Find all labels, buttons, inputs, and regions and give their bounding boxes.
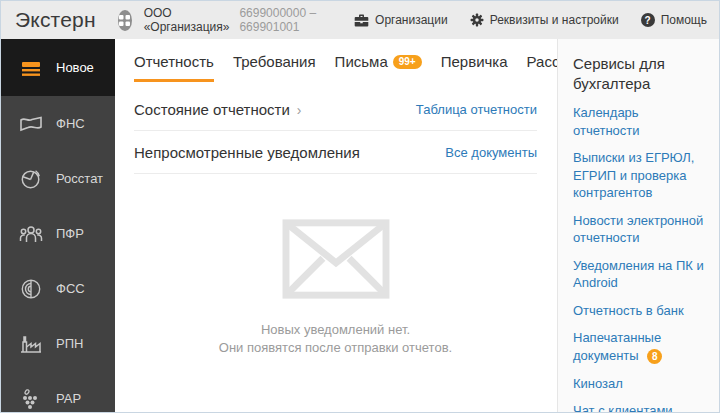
settings-button[interactable]: Реквизиты и настройки (470, 13, 619, 27)
nav-label: РАР (56, 391, 81, 406)
tabs-bar: Отчетность Требования Письма 99+ Первичк… (134, 53, 537, 82)
tab-otchetnost[interactable]: Отчетность (134, 53, 214, 82)
left-nav: Новое ФНС (1, 39, 115, 412)
reporting-state-title[interactable]: Состояние отчетности› (134, 101, 301, 118)
services-panel: Сервисы для бухгалтера Календарь отчетно… (557, 39, 719, 412)
factory-icon (18, 334, 44, 354)
extern-app-window: Экстерн ООО «Организация» 6699000000 – 6… (0, 0, 720, 413)
nav-label: Новое (56, 60, 94, 75)
nav-label: РПН (56, 336, 83, 351)
flag-icon (18, 115, 44, 133)
nav-item-rosstat[interactable]: Росстат (1, 151, 115, 206)
nav-item-rar[interactable]: РАР (1, 371, 115, 412)
tab-pervichka[interactable]: Первичка (441, 53, 508, 82)
chevron-right-icon: › (297, 102, 302, 118)
apps-grid-icon[interactable] (118, 10, 132, 31)
reporting-table-link[interactable]: Таблица отчетности (416, 102, 537, 117)
services-title: Сервисы для бухгалтера (573, 54, 707, 93)
main-content: Отчетность Требования Письма 99+ Первичк… (115, 39, 557, 412)
unread-notifications-row: Непросмотренные уведомления Все документ… (134, 131, 537, 174)
grapes-icon (18, 389, 44, 409)
help-icon: ? (641, 13, 655, 27)
nav-label: ФНС (56, 116, 85, 131)
nav-item-fss[interactable]: ФСС (1, 261, 115, 316)
pie-chart-icon (18, 168, 44, 190)
nav-label: Росстат (56, 171, 103, 186)
gear-icon (470, 13, 484, 27)
nav-label: ФСС (56, 281, 85, 296)
unread-notifications-title: Непросмотренные уведомления (134, 144, 360, 161)
empty-state-text: Новых уведомлений нет. Они появятся посл… (219, 321, 452, 357)
link-kinozal[interactable]: Кинозал (573, 375, 707, 393)
new-stack-icon (18, 59, 44, 77)
link-e-reporting-news[interactable]: Новости электронной отчетности (573, 212, 707, 247)
empty-notifications-state: Новых уведомлений нет. Они появятся посл… (134, 174, 537, 412)
nav-item-fns[interactable]: ФНС (1, 96, 115, 151)
app-logo: Экстерн (15, 8, 96, 32)
settings-label: Реквизиты и настройки (490, 13, 619, 27)
link-printed-documents[interactable]: Напечатанные документы 8 (573, 329, 707, 364)
link-pc-android-notifications[interactable]: Уведомления на ПК и Android (573, 257, 707, 292)
org-name[interactable]: ООО «Организация» (144, 6, 230, 34)
organizations-button[interactable]: Организации (354, 13, 448, 27)
briefcase-icon (354, 14, 369, 27)
pisma-badge: 99+ (393, 55, 422, 69)
nav-item-novoe[interactable]: Новое (1, 39, 115, 96)
link-reporting-calendar[interactable]: Календарь отчетности (573, 104, 707, 139)
tab-trebovaniya[interactable]: Требования (233, 53, 316, 82)
top-header: Экстерн ООО «Организация» 6699000000 – 6… (1, 1, 719, 39)
reporting-state-row: Состояние отчетности› Таблица отчетности (134, 88, 537, 131)
envelope-icon (282, 219, 390, 303)
nav-item-rpn[interactable]: РПН (1, 316, 115, 371)
org-codes: 6699000000 – 669901001 (239, 6, 332, 34)
link-bank-reporting[interactable]: Отчетность в банк (573, 302, 707, 320)
people-icon (18, 224, 44, 244)
organizations-label: Организации (375, 13, 448, 27)
target-circle-icon (18, 278, 44, 300)
link-egrul-extracts[interactable]: Выписки из ЕГРЮЛ, ЕГРИП и проверка контр… (573, 149, 707, 202)
help-label: Помощь (661, 13, 707, 27)
printed-documents-badge: 8 (647, 349, 662, 364)
all-documents-link[interactable]: Все документы (445, 145, 537, 160)
link-client-chat[interactable]: Чат с клиентами (573, 402, 707, 412)
nav-label: ПФР (56, 226, 84, 241)
help-button[interactable]: ? Помощь (641, 13, 707, 27)
nav-item-pfr[interactable]: ПФР (1, 206, 115, 261)
org-switcher[interactable]: ООО «Организация» 6699000000 – 669901001 (118, 6, 332, 34)
tab-pisma[interactable]: Письма 99+ (335, 53, 422, 82)
